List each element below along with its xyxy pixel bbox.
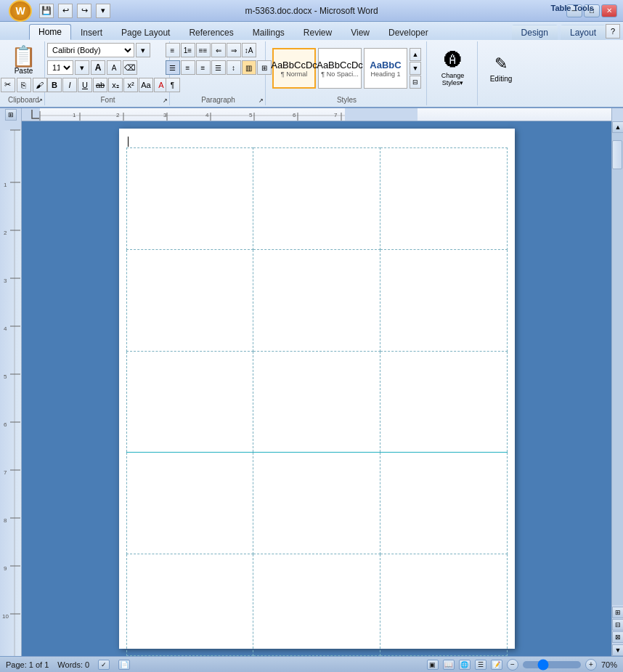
table-cell[interactable]: [126, 148, 253, 250]
line-spacing-button[interactable]: ↕: [227, 60, 241, 75]
table-cell[interactable]: [380, 453, 507, 554]
style-heading1[interactable]: AaBbC Heading 1: [364, 48, 407, 89]
clear-formatting-button[interactable]: ⌫: [123, 60, 137, 75]
quick-access-more[interactable]: ▾: [96, 4, 110, 18]
svg-text:1: 1: [73, 112, 76, 118]
shading-button[interactable]: ▥: [242, 60, 256, 75]
font-shrink-button[interactable]: A: [107, 60, 121, 75]
table-cell[interactable]: [253, 554, 380, 656]
title-bar-left: W 💾 ↩ ↪ ▾: [6, 0, 110, 22]
style-no-spacing-label: ¶ No Spaci...: [321, 70, 358, 78]
font-size-select[interactable]: 11: [47, 60, 73, 75]
copy-button[interactable]: ⎘: [17, 78, 31, 92]
scroll-view-btn3[interactable]: ⊠: [612, 631, 623, 643]
document-table[interactable]: [126, 147, 508, 656]
tab-design[interactable]: Design: [512, 25, 558, 40]
align-center-button[interactable]: ≡: [181, 60, 195, 75]
bold-button[interactable]: B: [47, 78, 62, 92]
zoom-in-button[interactable]: +: [585, 659, 597, 671]
numbering-button[interactable]: 1≡: [181, 43, 195, 57]
clipboard-expand[interactable]: ↗: [38, 97, 43, 104]
table-cell[interactable]: [126, 453, 253, 554]
ribbon-help-btn[interactable]: ?: [606, 24, 620, 39]
document-icon[interactable]: 📄: [118, 660, 130, 670]
cut-button[interactable]: ✂: [1, 78, 15, 92]
full-reading-btn[interactable]: 📖: [443, 660, 455, 670]
save-quick-btn[interactable]: 💾: [39, 4, 54, 18]
close-button[interactable]: ✕: [601, 4, 617, 17]
outline-btn[interactable]: ☰: [475, 660, 486, 670]
style-normal[interactable]: AaBbCcDc ¶ Normal: [272, 48, 316, 89]
table-cell[interactable]: [253, 453, 380, 554]
styles-scroll-up[interactable]: ▲: [410, 48, 421, 61]
redo-quick-btn[interactable]: ↪: [77, 4, 91, 18]
align-right-button[interactable]: ≡: [196, 60, 211, 75]
undo-quick-btn[interactable]: ↩: [58, 4, 73, 18]
styles-scroll-down[interactable]: ▼: [410, 62, 421, 75]
font-grow-button[interactable]: A: [91, 60, 105, 75]
scroll-track[interactable]: [612, 133, 623, 605]
scroll-view-btn2[interactable]: ⊟: [612, 619, 623, 631]
change-case-button[interactable]: Aa: [139, 78, 153, 92]
ruler-corner-btn[interactable]: ⊞: [5, 109, 17, 121]
font-name-dropdown[interactable]: ▾: [136, 43, 150, 57]
underline-button[interactable]: U: [78, 78, 92, 92]
table-cell[interactable]: [253, 249, 380, 351]
tab-view[interactable]: View: [341, 25, 379, 40]
multilevel-button[interactable]: ≡≡: [196, 43, 211, 57]
paste-button[interactable]: 📋 Paste: [7, 45, 41, 76]
bullets-button[interactable]: ≡: [166, 43, 180, 57]
change-styles-button[interactable]: 🅐 ChangeStyles▾: [437, 47, 469, 89]
page[interactable]: [119, 129, 515, 649]
italic-button[interactable]: I: [62, 78, 77, 92]
editing-button[interactable]: ✎ Editing: [486, 52, 517, 86]
tab-layout[interactable]: Layout: [561, 25, 606, 40]
scroll-down-button[interactable]: ▼: [612, 644, 623, 656]
font-name-select[interactable]: Calibri (Body): [47, 43, 134, 57]
table-cell[interactable]: [126, 554, 253, 656]
office-button[interactable]: W: [9, 0, 32, 22]
paragraph-expand[interactable]: ↗: [258, 97, 264, 104]
table-cell[interactable]: [380, 249, 507, 351]
scroll-up-button[interactable]: ▲: [612, 121, 623, 133]
format-painter-button[interactable]: 🖌: [33, 78, 47, 92]
tab-references[interactable]: References: [179, 25, 243, 40]
zoom-level: 70%: [601, 660, 617, 669]
table-cell[interactable]: [380, 554, 507, 656]
strikethrough-button[interactable]: ab: [93, 78, 107, 92]
tab-developer[interactable]: Developer: [379, 25, 438, 40]
sort-button[interactable]: ↕A: [242, 43, 256, 57]
print-layout-btn[interactable]: ▣: [427, 660, 439, 670]
table-cell[interactable]: [126, 351, 253, 453]
font-size-dropdown[interactable]: ▾: [75, 60, 89, 75]
web-layout-btn[interactable]: 🌐: [459, 660, 471, 670]
show-formatting-button[interactable]: ¶: [166, 78, 180, 92]
table-cell[interactable]: [380, 148, 507, 250]
scroll-view-btn1[interactable]: ⊞: [612, 607, 623, 618]
style-no-spacing[interactable]: AaBbCcDc ¶ No Spaci...: [318, 48, 362, 89]
table-cell[interactable]: [253, 148, 380, 250]
increase-indent-button[interactable]: ⇒: [227, 43, 241, 57]
spell-check-icon[interactable]: ✓: [98, 660, 110, 670]
svg-text:5: 5: [249, 112, 253, 118]
tab-home[interactable]: Home: [29, 24, 71, 40]
superscript-button[interactable]: x²: [123, 78, 138, 92]
table-cell[interactable]: [380, 351, 507, 453]
status-bar: Page: 1 of 1 Words: 0 ✓ 📄 ▣ 📖 🌐 ☰ 📝 − + …: [0, 656, 623, 672]
zoom-out-button[interactable]: −: [507, 659, 518, 671]
decrease-indent-button[interactable]: ⇐: [211, 43, 226, 57]
draft-btn[interactable]: 📝: [491, 660, 502, 670]
scroll-thumb[interactable]: [612, 140, 622, 169]
styles-expand[interactable]: ⊟: [410, 76, 421, 89]
document-area[interactable]: [22, 121, 611, 656]
zoom-slider[interactable]: [523, 661, 581, 668]
align-left-button[interactable]: ☰: [166, 60, 180, 75]
table-cell[interactable]: [126, 249, 253, 351]
tab-insert[interactable]: Insert: [71, 25, 112, 40]
tab-review[interactable]: Review: [294, 25, 341, 40]
table-cell[interactable]: [253, 351, 380, 453]
tab-page-layout[interactable]: Page Layout: [112, 25, 179, 40]
tab-mailings[interactable]: Mailings: [243, 25, 294, 40]
subscript-button[interactable]: x₂: [108, 78, 123, 92]
justify-button[interactable]: ☰: [211, 60, 226, 75]
